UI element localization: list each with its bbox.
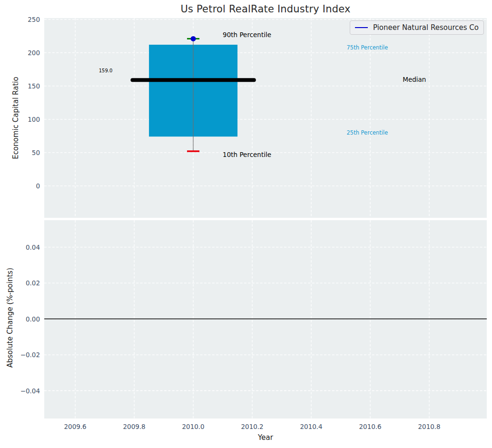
- y-tick-label: −0.04: [0, 387, 40, 395]
- legend: Pioneer Natural Resources Co: [350, 20, 484, 35]
- p90-marker: [191, 36, 196, 41]
- y-tick-label: 250: [0, 15, 40, 24]
- y-tick-label: 200: [0, 49, 40, 57]
- chart-title: Us Petrol RealRate Industry Index: [44, 3, 487, 15]
- y-tick-label: 0.00: [0, 315, 40, 323]
- x-tick-label: 2009.6: [56, 422, 94, 431]
- x-tick-label: 2010.0: [174, 422, 212, 431]
- y-tick-label: 0.04: [0, 243, 40, 252]
- y-tick-label: −0.02: [0, 351, 40, 359]
- annotation: 10th Percentile: [223, 151, 271, 158]
- y-tick-label: 150: [0, 82, 40, 90]
- y-tick-label: 100: [0, 115, 40, 124]
- figure: Us Petrol RealRate Industry Index 90th P…: [0, 0, 492, 448]
- legend-label: Pioneer Natural Resources Co: [373, 23, 479, 32]
- annotation: Median: [403, 76, 426, 83]
- annotation: 159.0: [99, 68, 113, 73]
- plot-area-bottom: [44, 220, 487, 419]
- x-tick-label: 2010.6: [351, 422, 389, 431]
- annotation: 90th Percentile: [223, 31, 271, 39]
- legend-line-sample: [355, 27, 368, 29]
- x-tick-label: 2009.8: [115, 422, 153, 431]
- panel-canvas-absolute-change: [44, 220, 487, 419]
- x-axis-label: Year: [44, 433, 487, 442]
- annotation: 75th Percentile: [347, 44, 388, 51]
- panel-canvas-economic-capital-ratio: 90th Percentile10th Percentile75th Perce…: [44, 18, 487, 218]
- x-tick-label: 2010.4: [292, 422, 330, 431]
- x-tick-label: 2010.8: [410, 422, 448, 431]
- y-tick-label: 0: [0, 182, 40, 190]
- x-tick-label: 2010.2: [233, 422, 271, 431]
- y-tick-label: 0.02: [0, 279, 40, 287]
- y-tick-label: 50: [0, 148, 40, 157]
- annotation: 25th Percentile: [347, 129, 388, 136]
- plot-area-top: 90th Percentile10th Percentile75th Perce…: [44, 18, 487, 218]
